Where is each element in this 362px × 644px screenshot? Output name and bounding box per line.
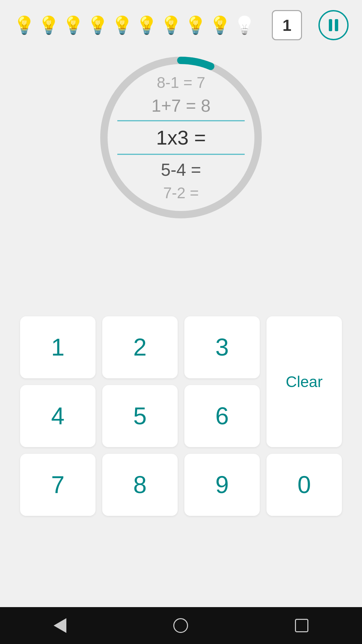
btn-clear[interactable]: Clear — [266, 316, 342, 447]
bulb-1: 💡 — [13, 15, 35, 36]
btn-3[interactable]: 3 — [184, 316, 260, 378]
circle-container: 8-1 = 7 1+7 = 8 1x3 = 5-4 = 7-2 = — [94, 50, 268, 225]
equation-current: 1x3 = — [117, 124, 245, 151]
equation-after: 7-2 = — [117, 182, 245, 204]
level-badge: 1 — [272, 10, 302, 40]
level-number: 1 — [283, 16, 292, 35]
equation-next: 5-4 = — [117, 158, 245, 182]
btn-9[interactable]: 9 — [184, 454, 260, 516]
bulb-9: 💡 — [209, 15, 231, 36]
bottom-nav — [0, 607, 362, 644]
divider-bottom — [117, 154, 245, 155]
equation-second: 1+7 = 8 — [117, 94, 245, 118]
btn-8[interactable]: 8 — [102, 454, 178, 516]
circle-area: 8-1 = 7 1+7 = 8 1x3 = 5-4 = 7-2 = — [0, 50, 362, 225]
nav-recent-button[interactable] — [295, 619, 308, 632]
btn-5[interactable]: 5 — [102, 385, 178, 447]
bulb-5: 💡 — [111, 15, 133, 36]
btn-4[interactable]: 4 — [20, 385, 96, 447]
divider-top — [117, 120, 245, 121]
bulb-10: 💡 — [234, 15, 255, 36]
btn-1[interactable]: 1 — [20, 316, 96, 378]
back-icon — [54, 618, 66, 633]
equation-display: 8-1 = 7 1+7 = 8 1x3 = 5-4 = 7-2 = — [117, 71, 245, 204]
btn-6[interactable]: 6 — [184, 385, 260, 447]
bulb-4: 💡 — [87, 15, 109, 36]
btn-2[interactable]: 2 — [102, 316, 178, 378]
bulb-3: 💡 — [62, 15, 84, 36]
pause-button[interactable] — [318, 10, 349, 40]
nav-home-button[interactable] — [173, 618, 188, 633]
bulb-6: 💡 — [136, 15, 158, 36]
bulb-8: 💡 — [185, 15, 206, 36]
home-icon — [173, 618, 188, 633]
btn-7[interactable]: 7 — [20, 454, 96, 516]
pause-icon — [329, 19, 338, 31]
bulb-7: 💡 — [160, 15, 182, 36]
pause-bar-right — [335, 19, 338, 31]
bulbs-container: 💡 💡 💡 💡 💡 💡 💡 💡 💡 💡 — [13, 15, 255, 36]
equation-prev: 8-1 = 7 — [117, 71, 245, 94]
top-bar: 💡 💡 💡 💡 💡 💡 💡 💡 💡 💡 1 — [0, 0, 362, 44]
recent-icon — [295, 619, 308, 632]
numpad-grid: 1 2 3 Clear 4 5 6 7 8 9 0 — [20, 316, 342, 516]
nav-back-button[interactable] — [54, 618, 66, 633]
pause-bar-left — [329, 19, 332, 31]
bulb-2: 💡 — [38, 15, 60, 36]
btn-0[interactable]: 0 — [266, 454, 342, 516]
numpad-area: 1 2 3 Clear 4 5 6 7 8 9 0 — [0, 225, 362, 607]
